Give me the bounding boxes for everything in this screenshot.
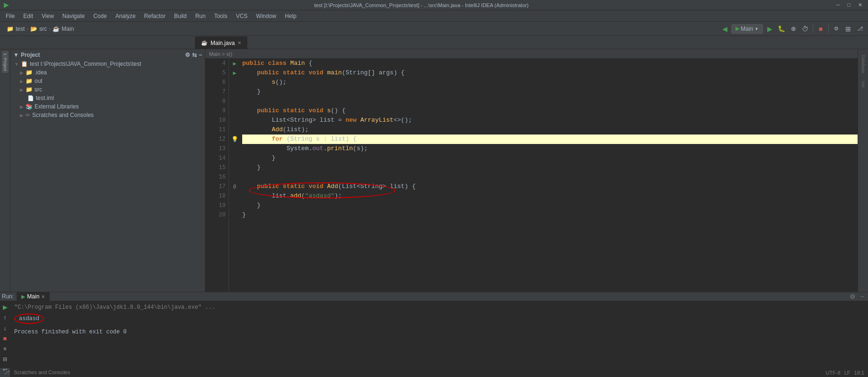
menu-refactor[interactable]: Refactor: [140, 12, 169, 20]
git-button[interactable]: ⎇: [855, 24, 865, 34]
menu-view[interactable]: View: [38, 12, 58, 20]
folder-icon2: 📂: [30, 26, 37, 32]
rerun-btn[interactable]: ■: [0, 333, 10, 343]
sidebar: ▼ Project ⚙ ⇆ − ▼ 📋 test I:\Projects\JAV…: [10, 49, 205, 292]
terminal-button[interactable]: ⊞: [843, 24, 853, 34]
profile-button[interactable]: ⏱: [800, 24, 810, 34]
ln-19: 19: [208, 201, 226, 210]
stop-button[interactable]: ■: [815, 24, 826, 34]
menu-vcs[interactable]: VCS: [232, 12, 252, 20]
tree-item-out[interactable]: ▶ 📁 out: [10, 77, 205, 85]
title-bar-left: ▶: [4, 1, 9, 9]
project-collapse-icon[interactable]: −: [199, 52, 202, 58]
run-config-selector[interactable]: ▶ Main ▼: [731, 24, 763, 34]
run-indicator-icon: ▶: [21, 294, 25, 300]
gutter-14: [229, 153, 240, 163]
run-button[interactable]: ▶: [764, 24, 775, 34]
folder-idea-icon: 📁: [26, 69, 33, 76]
database-panel-label[interactable]: Database: [860, 53, 867, 75]
gutter-5[interactable]: ▶: [229, 68, 240, 78]
breadcrumb-test[interactable]: test: [16, 26, 25, 32]
gutter-6: [229, 78, 240, 87]
line-sep-label[interactable]: LF: [844, 370, 850, 376]
editor-area: Main > s() 4 5 6 7 8 9 10 11 12 13 14 15…: [205, 49, 858, 292]
project-panel-icon[interactable]: 1: Project: [2, 51, 9, 73]
code-editor[interactable]: public class Main { public static void m…: [240, 59, 858, 292]
run-gutter-icon-5[interactable]: ▶: [233, 70, 236, 77]
clear-btn[interactable]: ≡: [0, 344, 10, 353]
breadcrumb-src[interactable]: src: [39, 26, 47, 32]
run-icon-small: ▶: [736, 26, 739, 32]
maximize-btn[interactable]: □: [845, 2, 852, 8]
at-marker-17: @: [233, 184, 236, 189]
tree-item-ext-libs[interactable]: ▶ 📚 External Libraries: [10, 102, 205, 111]
run-action-btn[interactable]: ▶: [0, 302, 10, 312]
bottom-minimize-icon[interactable]: −: [859, 293, 866, 300]
bottom-content: ▶ ↑ ↓ ■ ≡ ⊟ ↩ 📌 🖨 "C:\Program Files (x86…: [0, 301, 868, 377]
debug-button[interactable]: 🐛: [776, 24, 787, 34]
gutter-12[interactable]: 💡: [229, 135, 240, 144]
menu-window[interactable]: Window: [252, 12, 280, 20]
menu-tools[interactable]: Tools: [210, 12, 231, 20]
tab-main-java[interactable]: ☕ Main.java ✕: [195, 36, 247, 49]
tree-item-idea[interactable]: ▶ 📁 .idea: [10, 68, 205, 77]
run-controls: ◀ ▶ Main ▼ ▶ 🐛 ⊕ ⏱ ■ ⚙ ⊞ ⎇: [719, 24, 865, 34]
tree-item-scratches[interactable]: ▶ ✏ Scratches and Consoles: [10, 111, 205, 119]
console-line-cmd: "C:\Program Files (x86)\Java\jdk1.8.0_14…: [14, 303, 864, 312]
gutter-15: [229, 163, 240, 172]
menu-file[interactable]: File: [2, 12, 18, 20]
code-line-15: }: [242, 163, 858, 172]
console-output: "C:\Program Files (x86)\Java\jdk1.8.0_14…: [10, 301, 868, 377]
toolbar-sep1: [813, 25, 813, 33]
tree-arrow-ext: ▶: [20, 104, 24, 109]
ln-14: 14: [208, 153, 226, 163]
menu-build[interactable]: Build: [170, 12, 191, 20]
editor-breadcrumb-text: Main > s(): [209, 51, 232, 57]
window-title: test [I:\Projects\JAVA_Common_Projects\t…: [9, 2, 834, 8]
tree-label-src: src: [35, 86, 42, 93]
gutter-17[interactable]: @: [229, 182, 240, 191]
window-controls[interactable]: ─ □ ✕: [834, 2, 864, 8]
tree-item-src[interactable]: ▶ 📁 src: [10, 85, 205, 94]
project-sync-icon[interactable]: ⇆: [192, 52, 197, 58]
project-gear-icon[interactable]: ⚙: [185, 52, 190, 58]
tree-item-iml[interactable]: 📄 test.iml: [10, 94, 205, 102]
menu-analyze[interactable]: Analyze: [112, 12, 140, 20]
editor-content[interactable]: 4 5 6 7 8 9 10 11 12 13 14 15 16 17 18 1…: [205, 59, 858, 292]
code-line-19: }: [242, 201, 858, 210]
menu-help[interactable]: Help: [281, 12, 300, 20]
fold-btn[interactable]: ⊟: [0, 354, 10, 364]
menu-navigate[interactable]: Navigate: [59, 12, 88, 20]
run-gutter-icon-4[interactable]: ▶: [233, 60, 236, 67]
back-icon[interactable]: ◀: [719, 24, 730, 34]
gutter-19: [229, 201, 240, 210]
tab-close-btn[interactable]: ✕: [237, 40, 241, 45]
close-btn[interactable]: ✕: [856, 2, 864, 8]
encoding-label[interactable]: UTF-8: [826, 370, 841, 376]
project-dropdown-icon[interactable]: ▼: [13, 52, 19, 58]
menu-run[interactable]: Run: [192, 12, 210, 20]
bottom-tab-close-btn[interactable]: ✕: [41, 294, 45, 299]
code-line-5: public static void main(String[] args) {: [242, 68, 858, 78]
build-button[interactable]: ⚙: [831, 24, 842, 34]
coverage-button[interactable]: ⊕: [788, 24, 798, 34]
menu-bar: File Edit View Navigate Code Analyze Ref…: [0, 10, 868, 22]
scroll-up-btn[interactable]: ↑: [0, 313, 10, 322]
breadcrumb-main[interactable]: Main: [61, 26, 74, 32]
tree-item-test[interactable]: ▼ 📋 test I:\Projects\JAVA_Common_Project…: [10, 60, 205, 68]
code-line-7: }: [242, 87, 858, 97]
ant-panel-label[interactable]: Ant: [860, 79, 867, 90]
project-header[interactable]: ▼ Project ⚙ ⇆ −: [10, 50, 205, 60]
menu-code[interactable]: Code: [89, 12, 111, 20]
scroll-down-btn[interactable]: ↓: [0, 323, 10, 332]
bottom-settings-icon[interactable]: ⚙: [848, 293, 858, 300]
git-branch-icon[interactable]: ⎇: [4, 369, 10, 376]
tab-label: Main.java: [210, 40, 235, 46]
gutter-4[interactable]: ▶: [229, 59, 240, 68]
bottom-tab-main[interactable]: ▶ Main ✕: [17, 292, 50, 301]
tree-arrow-scratches: ▶: [20, 113, 24, 118]
menu-edit[interactable]: Edit: [19, 12, 37, 20]
code-line-4: public class Main {: [242, 59, 858, 68]
bulb-icon-12[interactable]: 💡: [231, 136, 238, 143]
minimize-btn[interactable]: ─: [834, 2, 842, 8]
